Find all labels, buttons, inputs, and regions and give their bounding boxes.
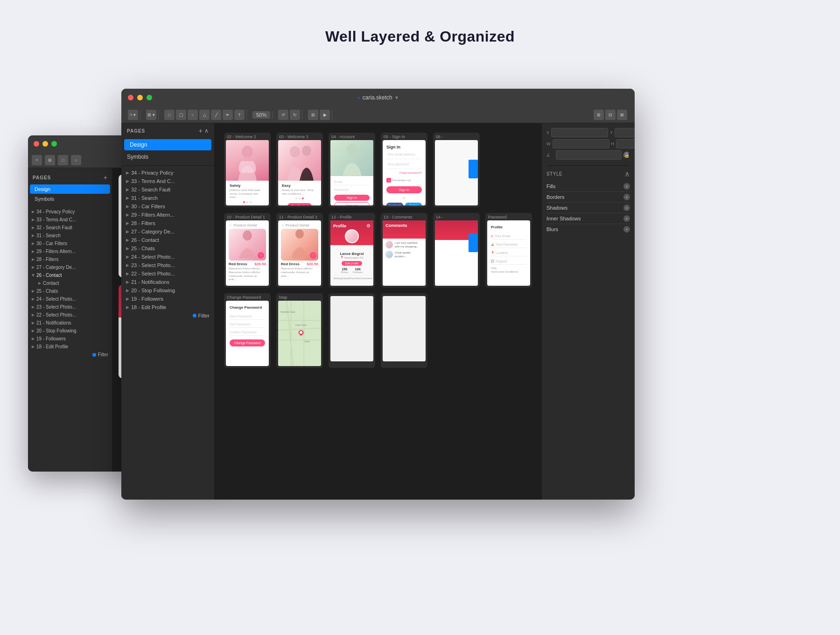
shadows-add-btn[interactable]: + [623, 205, 630, 211]
layer-31-front[interactable]: ▶ 31 - Search [121, 194, 214, 202]
add-page-front[interactable]: + [199, 127, 203, 134]
layer-contact-back[interactable]: ▶ Contact [28, 279, 112, 287]
add-toolbar-btn[interactable]: + [32, 155, 42, 165]
layer-26-front[interactable]: ▶ 26 - Contact [121, 236, 214, 244]
edit-profile-btn[interactable]: Edit profile [342, 261, 362, 266]
circle-btn[interactable]: ○ [71, 155, 81, 165]
preview-btn[interactable]: ▶ [320, 110, 330, 120]
layer-24-front[interactable]: ▶ 24 - Select Photo... [121, 253, 214, 261]
close-button-back[interactable] [34, 141, 39, 147]
blurs-item[interactable]: Blurs + [546, 224, 630, 234]
layer-20-front[interactable]: ▶ 20 - Stop Following [121, 286, 214, 295]
fills-add-btn[interactable]: + [623, 183, 630, 190]
tab-design-front[interactable]: Design [124, 139, 211, 150]
inspect-btn[interactable]: ⊞ [594, 110, 604, 120]
layer-29-back[interactable]: ▶ 29 - Filters Altern... [28, 247, 112, 255]
layer-28-front[interactable]: ▶ 28 - Filters [121, 219, 214, 227]
x-input[interactable] [551, 128, 608, 137]
fills-item[interactable]: Fills + [546, 181, 630, 192]
layer-33-front[interactable]: ▶ 33 - Terms And C... [121, 177, 214, 185]
layer-25-front[interactable]: ▶ 25 - Chats [121, 244, 214, 253]
rect-tool[interactable]: □ [164, 110, 175, 120]
layer-19-back[interactable]: ▶ 19 - Followers [28, 335, 112, 343]
angle-input[interactable] [556, 150, 622, 160]
screen-11[interactable]: 11 - Product Detail 2 ← Product Detail [276, 213, 323, 288]
rect-btn[interactable]: □ [58, 155, 68, 165]
circle-tool[interactable]: ○ [188, 110, 198, 120]
layer-20-back[interactable]: ▶ 20 - Stop Following [28, 327, 112, 335]
layer-30-back[interactable]: ▶ 30 - Car Filters [28, 240, 112, 247]
maximize-button-front[interactable] [147, 95, 152, 100]
filter-layer-front[interactable]: Filter [121, 311, 214, 320]
settings-btn-toolbar[interactable]: ⊠ [617, 110, 627, 120]
page-design-back[interactable]: Design [30, 184, 110, 194]
grid-btn[interactable]: ⊞ [308, 110, 318, 120]
layer-27-front[interactable]: ▶ 27 - Category De... [121, 227, 214, 236]
layer-31-back[interactable]: ▶ 31 - Search [28, 232, 112, 240]
pen-tool[interactable]: ✒ [223, 110, 233, 120]
lock-btn[interactable]: 🔒 [623, 152, 630, 158]
screen-06[interactable]: 06 - [433, 133, 480, 207]
shadows-item[interactable]: Shadows + [546, 203, 630, 213]
layer-21-front[interactable]: ▶ 21 - Notifications [121, 278, 214, 286]
layer-28-back[interactable]: ▶ 28 - Filters [28, 255, 112, 263]
layer-26-back[interactable]: ▶ 26 - Contact [28, 271, 112, 279]
layer-22-front[interactable]: ▶ 22 - Select Photo... [121, 269, 214, 278]
triangle-tool[interactable]: △ [199, 110, 210, 120]
style-collapse-icon[interactable]: ∧ [624, 169, 630, 178]
layer-18-front[interactable]: ▶ 18 - Edit Profile [121, 303, 214, 311]
borders-add-btn[interactable]: + [623, 194, 630, 200]
screen-password[interactable]: Password Profile ✉ Your Email 🔒 Your Pas… [485, 213, 532, 288]
screen-map[interactable]: Map [276, 293, 323, 368]
undo-btn[interactable]: ↺ [278, 110, 288, 120]
screen-10[interactable]: 10 - Product Detail 1 ← Product Detail [224, 213, 271, 288]
screen-03[interactable]: 03 - Welcome 3 [276, 133, 323, 207]
borders-item[interactable]: Borders + [546, 192, 630, 203]
screen-12[interactable]: 12 - Profile Profile ⚙ [329, 213, 375, 288]
line-tool[interactable]: ╱ [211, 110, 221, 120]
text-tool[interactable]: T [234, 110, 245, 120]
layer-25-back[interactable]: ▶ 25 - Chats [28, 287, 112, 295]
layer-21-back[interactable]: ▶ 21 - Notifications [28, 319, 112, 327]
y-input[interactable] [615, 128, 635, 137]
layout-btn[interactable]: ⊟ [605, 110, 616, 120]
filter-layer-back[interactable]: Filter [28, 351, 112, 359]
screen-changepw[interactable]: Change Password Change Password New Pass… [224, 293, 271, 368]
view-btn-front[interactable]: ⊞ ▾ [146, 110, 156, 120]
rounded-rect-tool[interactable]: ▢ [176, 110, 186, 120]
redo-btn[interactable]: ↻ [290, 110, 300, 120]
tab-symbols-front[interactable]: Symbols [121, 151, 214, 162]
layer-23-front[interactable]: ▶ 23 - Select Photo... [121, 261, 214, 269]
layer-29-front[interactable]: ▶ 29 - Filters Altern... [121, 211, 214, 219]
layer-30-front[interactable]: ▶ 30 - Car Filters [121, 202, 214, 211]
screen-05[interactable]: 05 - Sign In Sign In Your email address … [381, 133, 427, 207]
collapse-pages-btn[interactable]: ∧ [204, 127, 209, 134]
layer-19-front[interactable]: ▶ 19 - Followers [121, 295, 214, 303]
add-page-back[interactable]: + [104, 174, 107, 181]
inner-shadows-add-btn[interactable]: + [623, 215, 630, 222]
layer-24-back[interactable]: ▶ 24 - Select Photo... [28, 295, 112, 303]
screen-13[interactable]: 13 - Comments Comments I am very satisfi… [381, 213, 427, 288]
close-button-front[interactable] [128, 95, 133, 100]
screen-04[interactable]: 04 - Account [329, 133, 375, 207]
layer-18-back[interactable]: ▶ 18 - Edit Profile [28, 343, 112, 351]
maximize-button-back[interactable] [51, 141, 57, 147]
canvas-main[interactable]: 02 - Welcome 2 [215, 123, 541, 500]
page-symbols-back[interactable]: Symbols [30, 194, 110, 204]
screen-02[interactable]: 02 - Welcome 2 [224, 133, 271, 207]
minimize-button-front[interactable] [137, 95, 143, 100]
layer-34-back[interactable]: ▶ 34 - Privacy Policy [28, 208, 112, 216]
inner-shadows-item[interactable]: Inner Shadows + [546, 213, 630, 224]
add-btn-front[interactable]: + ▾ [128, 110, 138, 120]
layer-34-front[interactable]: ▶ 34 - Privacy Policy [121, 169, 214, 177]
w-input[interactable] [553, 139, 609, 148]
change-pw-btn[interactable]: Change Password [230, 339, 265, 346]
layer-22-back[interactable]: ▶ 22 - Select Photo... [28, 311, 112, 319]
layer-23-back[interactable]: ▶ 23 - Select Photo... [28, 303, 112, 311]
h-input[interactable] [616, 139, 635, 148]
layer-32-front[interactable]: ▶ 32 - Search Fault [121, 185, 214, 194]
layer-27-back[interactable]: ▶ 27 - Category De... [28, 263, 112, 271]
blurs-add-btn[interactable]: + [623, 226, 630, 233]
minimize-button-back[interactable] [42, 141, 48, 147]
layer-32-back[interactable]: ▶ 32 - Search Fault [28, 224, 112, 232]
